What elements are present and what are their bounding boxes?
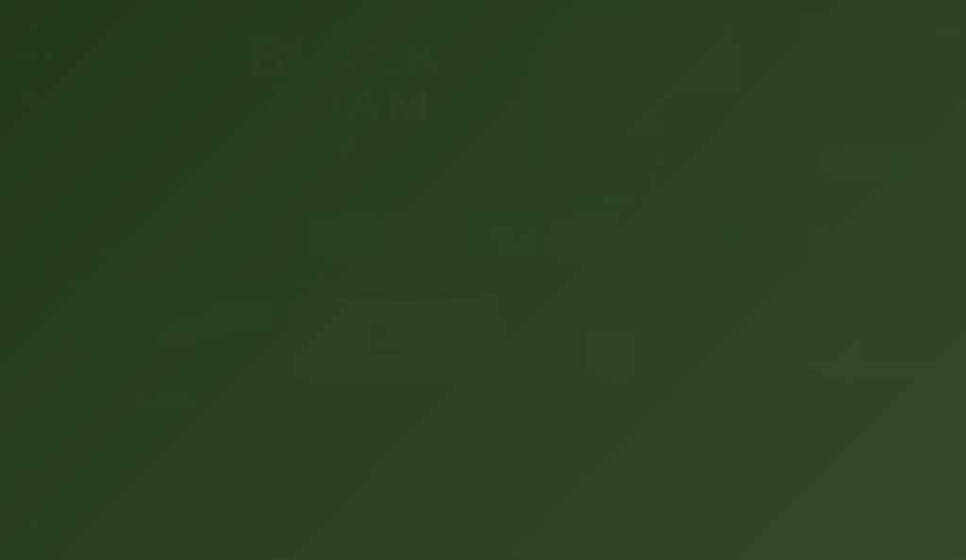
ct3-bg bbox=[640, 413, 916, 479]
main-content: DC BLACK ADAM ⚡ Watch Now Sponsored APPS… bbox=[59, 3, 963, 557]
continue-watching-row bbox=[71, 413, 952, 479]
continue-watching-section: Continue Watching bbox=[71, 392, 952, 479]
content-sections: Recent On Now bbox=[59, 268, 963, 557]
continue-thumb-3[interactable] bbox=[640, 413, 916, 479]
